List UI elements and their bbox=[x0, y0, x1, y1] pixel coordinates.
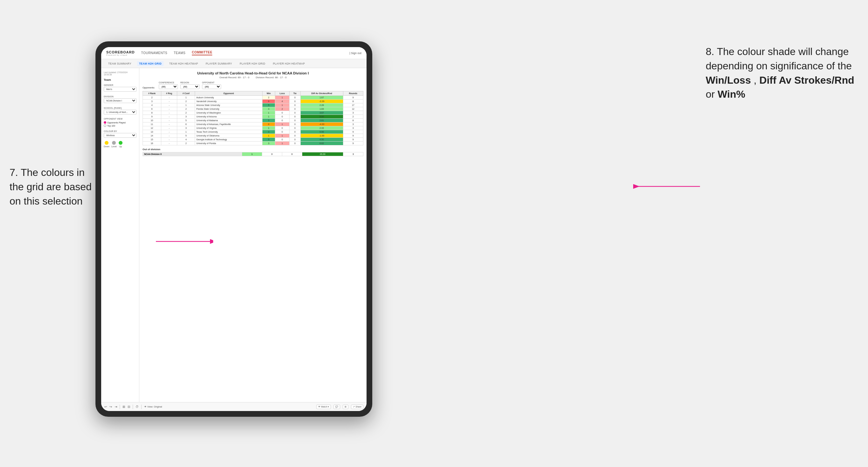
grid-view-button[interactable]: ⊞ bbox=[343, 405, 348, 409]
td-rounds: 3 bbox=[343, 126, 363, 130]
sidebar-radio-group: Opponents Played Top 100 bbox=[104, 121, 136, 127]
nav-tournaments[interactable]: TOURNAMENTS bbox=[141, 51, 167, 55]
grid-subtitle: Overall Record: 89 - 17 - 0 Division Rec… bbox=[143, 76, 363, 79]
nav-committee[interactable]: COMMITTEE bbox=[192, 51, 213, 55]
td-rounds: 9 bbox=[343, 138, 363, 142]
out-div-diff: 26.00 bbox=[302, 152, 343, 156]
td-tie: 0 bbox=[289, 100, 300, 103]
filter-opponent-select[interactable]: (All) bbox=[202, 84, 221, 89]
td-conf: 2 bbox=[177, 107, 195, 111]
td-rounds: 9 bbox=[343, 134, 363, 138]
td-opponent: University of Washington bbox=[195, 111, 262, 115]
th-reg: # Reg bbox=[161, 91, 177, 96]
toolbar-layout-icon[interactable]: ⊟ bbox=[128, 405, 130, 408]
filter-region-select[interactable]: (All) bbox=[180, 84, 199, 89]
colour-up: Up bbox=[119, 141, 123, 148]
out-of-div-table: NCAA Division II 1 0 0 26.00 3 bbox=[143, 152, 363, 156]
td-loss: 0 bbox=[275, 138, 289, 142]
share-button[interactable]: ↗ Share bbox=[351, 405, 363, 409]
annotation-left-number: 7. bbox=[9, 167, 18, 178]
out-div-loss: 0 bbox=[262, 152, 282, 156]
td-win: 2 bbox=[262, 96, 275, 100]
th-rank: # Rank bbox=[143, 91, 161, 96]
td-reg: - bbox=[161, 134, 177, 138]
filter-row: Opponents: Conference (All) Region (All) bbox=[143, 82, 363, 89]
td-conf: 4 bbox=[177, 138, 195, 142]
sign-out-link[interactable]: | Sign out bbox=[349, 52, 362, 55]
main-content: Last Updated: 27/03/2024 16:55:38 Team G… bbox=[101, 68, 367, 402]
td-rank: 12 bbox=[143, 126, 161, 130]
sidebar-division-select[interactable]: NCAA Division I bbox=[104, 98, 136, 103]
sub-nav-player-summary[interactable]: PLAYER SUMMARY bbox=[204, 61, 234, 66]
arrow-left bbox=[156, 238, 213, 245]
td-rounds: 8 bbox=[343, 100, 363, 103]
colour-level-circle bbox=[112, 141, 116, 145]
toolbar-clock-icon[interactable]: ⏱ bbox=[135, 405, 139, 408]
out-div-win: 1 bbox=[242, 152, 262, 156]
radio-top-100[interactable]: Top 100 bbox=[104, 124, 136, 127]
grid-content: University of North Carolina Head-to-Hea… bbox=[140, 68, 367, 402]
td-reg: - bbox=[161, 115, 177, 119]
td-tie: 0 bbox=[289, 138, 300, 142]
sidebar-gender-label: Gender bbox=[104, 84, 136, 86]
td-loss: 1 bbox=[275, 96, 289, 100]
table-row: 10 - 5 University of Alabama 3 0 0 2.61 … bbox=[143, 119, 363, 122]
radio-opponents-played[interactable]: Opponents Played bbox=[104, 121, 136, 124]
td-conf: 3 bbox=[177, 115, 195, 119]
toolbar-forward-icon[interactable]: ⇥ bbox=[115, 405, 117, 408]
td-rounds: 9 bbox=[343, 96, 363, 100]
division-record: Division Record: 88 - 17 - 0 bbox=[256, 76, 287, 79]
th-conf: # Conf bbox=[177, 91, 195, 96]
sub-nav-team-h2h-heatmap[interactable]: TEAM H2H HEATMAP bbox=[167, 61, 200, 66]
toolbar-sep1 bbox=[120, 405, 120, 409]
sidebar-colour-by-select[interactable]: Win/loss bbox=[104, 133, 136, 138]
nav-teams[interactable]: TEAMS bbox=[174, 51, 186, 55]
toolbar-redo-icon[interactable]: ↪ bbox=[110, 405, 112, 408]
table-row: 6 - 2 Florida State University 4 2 0 1.8… bbox=[143, 107, 363, 111]
toolbar-copy-icon[interactable]: ⊞ bbox=[123, 405, 125, 408]
filter-conference-select[interactable]: (All) bbox=[159, 84, 178, 89]
sub-nav-player-h2h-grid[interactable]: PLAYER H2H GRID bbox=[238, 61, 267, 66]
sub-nav: TEAM SUMMARY TEAM H2H GRID TEAM H2H HEAT… bbox=[101, 59, 367, 68]
td-conf: 1 bbox=[177, 103, 195, 107]
td-reg: - bbox=[161, 96, 177, 100]
td-rank: 8 bbox=[143, 111, 161, 115]
colour-level: Level bbox=[111, 141, 117, 148]
td-win: 1 bbox=[262, 111, 275, 115]
out-of-division-label: Out of division bbox=[143, 148, 363, 151]
out-div-row: NCAA Division II 1 0 0 26.00 3 bbox=[143, 152, 363, 156]
toolbar-sep2 bbox=[133, 405, 133, 409]
sub-nav-team-h2h-grid[interactable]: TEAM H2H GRID bbox=[137, 61, 163, 66]
td-reg: - bbox=[161, 100, 177, 103]
td-conf: 1 bbox=[177, 130, 195, 134]
td-rounds: 9 bbox=[343, 142, 363, 145]
toolbar-sep3 bbox=[141, 405, 142, 409]
td-reg: - bbox=[161, 103, 177, 107]
table-row: 12 - 3 University of Virginia 1 0 0 2.33… bbox=[143, 126, 363, 130]
td-win: 3 bbox=[262, 130, 275, 134]
sub-nav-player-h2h-heatmap[interactable]: PLAYER H2H HEATMAP bbox=[271, 61, 307, 66]
sidebar-school-select[interactable]: 1. University of Nort... bbox=[104, 110, 136, 115]
annotation-right-bold2: Diff Av Strokes/Rnd bbox=[760, 74, 854, 86]
watch-button[interactable]: 👁 Watch ▾ bbox=[316, 405, 331, 409]
td-diff: 4.50 bbox=[300, 138, 343, 142]
td-diff: 2.33 bbox=[300, 126, 343, 130]
comment-button[interactable]: 💬 bbox=[334, 405, 340, 409]
td-rank: 11 bbox=[143, 122, 161, 126]
td-tie: 0 bbox=[289, 130, 300, 134]
sub-nav-team-summary[interactable]: TEAM SUMMARY bbox=[106, 61, 133, 66]
td-diff: 6.62 bbox=[300, 142, 343, 145]
sidebar-colour-by-label: Colour by bbox=[104, 130, 136, 132]
td-rank: 10 bbox=[143, 119, 161, 122]
td-loss: 1 bbox=[275, 122, 289, 126]
td-loss: 0 bbox=[275, 130, 289, 134]
filter-conference: Conference (All) bbox=[159, 82, 178, 89]
tablet-frame: SCOREBOARD Powered by clippd TOURNAMENTS… bbox=[95, 41, 372, 417]
td-opponent: University of Arizona bbox=[195, 115, 262, 119]
sidebar-division-label: Division bbox=[104, 95, 136, 98]
td-reg: - bbox=[161, 138, 177, 142]
sidebar-gender-select[interactable]: Men's bbox=[104, 87, 136, 92]
annotation-right-number: 8. bbox=[706, 46, 714, 57]
td-diff: 1.83 bbox=[300, 107, 343, 111]
toolbar-undo-icon[interactable]: ↩ bbox=[104, 405, 107, 408]
